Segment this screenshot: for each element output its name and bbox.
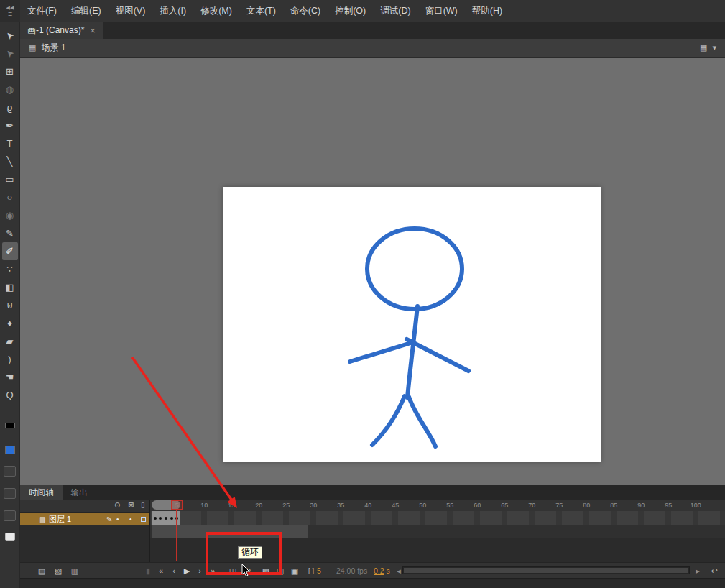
layer-visibility-dot[interactable]: • [116, 513, 119, 526]
elapsed-time-indicator[interactable]: 0.2 s [374, 566, 390, 575]
empty-frames-row[interactable] [150, 525, 725, 538]
playhead-handle[interactable] [171, 500, 183, 510]
keyframe-dot[interactable] [154, 517, 157, 520]
text-tool[interactable]: T [2, 134, 18, 152]
loop-button[interactable]: ↻ [242, 565, 254, 576]
line-tool[interactable]: ╲ [2, 152, 18, 170]
timeline-scrollbar-thumb[interactable] [404, 568, 688, 573]
lasso-tool[interactable]: ϱ [2, 98, 18, 116]
ruler-number: 65 [501, 502, 508, 509]
fill-color-swatch[interactable] [5, 446, 15, 454]
free-transform-tool[interactable]: ⊞ [2, 63, 18, 81]
layer-outline-color-swatch[interactable] [141, 517, 146, 522]
scrollbar-grip-dots[interactable]: ····· [420, 579, 438, 588]
step-back-button[interactable]: ‹ [168, 565, 180, 576]
elapsed-time-value[interactable]: 0.2 [374, 566, 384, 575]
menu-item[interactable]: 插入(I) [152, 0, 193, 22]
rectangle-tool[interactable]: ▭ [2, 170, 18, 188]
stage[interactable] [223, 187, 601, 462]
layer-name[interactable]: 图层 1 [49, 513, 71, 526]
bottom-scrollbar-strip[interactable]: ····· [20, 578, 725, 588]
menu-item[interactable]: 命令(C) [283, 0, 328, 22]
brush-tool[interactable]: ✐ [2, 242, 18, 260]
pencil-tool[interactable]: ✎ [2, 224, 18, 242]
subselection-tool[interactable]: ➤ [2, 45, 18, 63]
spray-brush-tool[interactable]: ∵ [2, 260, 18, 278]
tool-option-button-3[interactable] [4, 510, 16, 521]
panel-menu-icon[interactable]: ☰ [8, 12, 12, 17]
delete-layer-button[interactable]: ▥ [69, 565, 80, 576]
frame-ruler[interactable]: 5101520253035404550556065707580859095100 [150, 500, 725, 512]
stroke-color-swatch[interactable] [5, 423, 15, 428]
tab-timeline[interactable]: 时间轴 [20, 485, 63, 500]
play-button[interactable]: ▶ [181, 565, 193, 576]
ruler-number: 15 [228, 502, 235, 509]
playhead-line[interactable] [176, 510, 177, 561]
go-to-first-frame-button[interactable]: « [155, 565, 167, 576]
scene-label[interactable]: 场景 1 [41, 42, 65, 54]
menu-item[interactable]: 窗口(W) [418, 0, 465, 22]
tab-output[interactable]: 输出 [63, 485, 96, 500]
new-layer-button[interactable]: ▤ [36, 565, 47, 576]
selection-tool[interactable]: ➤ [2, 27, 18, 45]
menu-item[interactable]: 视图(V) [108, 0, 153, 22]
primitive-oval-tool[interactable]: ◉ [2, 206, 18, 224]
edit-multiple-frames-button[interactable]: ▣ [289, 565, 300, 576]
ruler-number: 30 [310, 502, 317, 509]
step-forward-button[interactable]: › [194, 565, 206, 576]
document-tab-title: 画-1 (Canvas)* [27, 24, 84, 37]
menu-item[interactable]: 修改(M) [193, 0, 239, 22]
menu-item[interactable]: 帮助(H) [465, 0, 509, 22]
onion-skin-outline-button[interactable]: ▢ [274, 565, 286, 576]
menu-item[interactable]: 控制(O) [328, 0, 373, 22]
paint-bucket-tool[interactable]: ◧ [2, 278, 18, 296]
menu-item[interactable]: 文本(T) [239, 0, 283, 22]
document-tab[interactable]: 画-1 (Canvas)* × [20, 22, 103, 39]
width-tool[interactable]: ) [2, 350, 18, 368]
document-tab-bar: 画-1 (Canvas)* × [20, 22, 725, 40]
new-folder-button[interactable]: ▧ [52, 565, 64, 576]
ruler-number: 90 [637, 502, 645, 509]
layer-editing-pencil-icon: ✎ [106, 513, 112, 526]
pen-tool[interactable]: ✒ [2, 116, 18, 134]
keyframe-dot[interactable] [165, 517, 167, 520]
center-frame-button[interactable]: ◫ [227, 565, 239, 576]
panel-splitter-handle[interactable]: ▮ [142, 565, 154, 576]
application-window: ◀◀ ☰ 文件(F)编辑(E)视图(V)插入(I)修改(M)文本(T)命令(C)… [0, 0, 725, 588]
timeline-menu-icon[interactable]: ↩ [708, 565, 720, 576]
show-hide-column-icon[interactable]: ⊙ [114, 501, 120, 510]
zoom-tool[interactable]: Q [2, 386, 18, 404]
ink-bottle-tool[interactable]: ⊎ [2, 296, 18, 314]
eyedropper-tool[interactable]: ♦ [2, 314, 18, 332]
frame-rate-indicator[interactable]: 24.00 fps [336, 566, 367, 575]
layers-empty-area [20, 525, 149, 562]
edit-symbols-dropdown-icon[interactable]: ▾ [712, 43, 716, 52]
tool-option-button-2[interactable] [4, 488, 16, 499]
outline-column-icon[interactable]: ▯ [141, 501, 145, 510]
menu-item[interactable]: 文件(F) [20, 0, 64, 22]
edit-symbols-icon[interactable]: ▦ [700, 43, 707, 52]
frames-column: 5101520253035404550556065707580859095100 [149, 500, 725, 562]
timeline-scroll-right-icon[interactable]: ▸ [692, 565, 703, 576]
3d-rotation-tool[interactable]: ◍ [2, 81, 18, 98]
menu-item[interactable]: 调试(D) [373, 0, 417, 22]
collapse-dock-icon[interactable]: ◀◀ [6, 5, 14, 11]
layer-frames-row[interactable] [150, 511, 725, 525]
tool-option-button-4[interactable] [5, 533, 15, 541]
layer-lock-dot[interactable]: • [129, 513, 132, 526]
lock-column-icon[interactable]: ⊠ [128, 501, 134, 510]
layer-row[interactable]: ▤ 图层 1 ✎ • • [20, 513, 149, 526]
eraser-tool[interactable]: ▰ [2, 332, 18, 350]
pasteboard[interactable] [20, 58, 725, 485]
current-frame-indicator[interactable]: 5 [317, 566, 321, 575]
onion-skin-button[interactable]: ▩ [260, 565, 272, 576]
ruler-number: 100 [691, 502, 701, 509]
go-to-last-frame-button[interactable]: » [207, 565, 218, 576]
keyframe-dot[interactable] [170, 517, 173, 520]
oval-tool[interactable]: ○ [2, 188, 18, 206]
close-tab-icon[interactable]: × [90, 25, 96, 36]
tool-option-button-1[interactable] [4, 466, 16, 477]
menu-item[interactable]: 编辑(E) [64, 0, 108, 22]
hand-tool[interactable]: ☚ [2, 368, 18, 386]
timeline-scrollbar[interactable] [402, 566, 690, 574]
